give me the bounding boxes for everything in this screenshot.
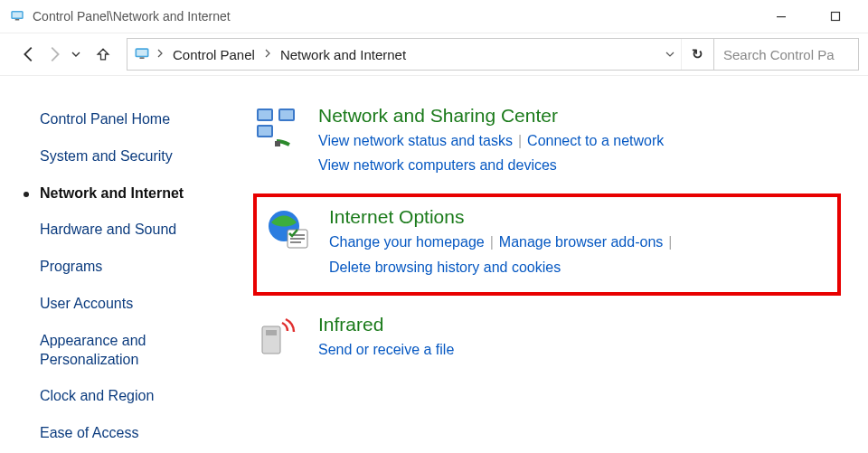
link-delete-history[interactable]: Delete browsing history and cookies [329, 260, 561, 275]
svg-rect-4 [832, 13, 840, 21]
content-area: Control Panel Home System and Security N… [0, 76, 868, 452]
breadcrumb-control-panel[interactable]: Control Panel [165, 47, 262, 62]
svg-rect-18 [290, 238, 305, 240]
svg-rect-14 [275, 141, 280, 146]
category-infrared: Infrared Send or receive a file [253, 303, 841, 378]
svg-rect-21 [266, 330, 277, 335]
sidebar-item-system-security[interactable]: System and Security [40, 138, 226, 175]
chevron-right-icon[interactable] [155, 49, 165, 60]
address-dropdown[interactable] [659, 39, 681, 70]
sidebar-item-ease-of-access[interactable]: Ease of Access [40, 415, 226, 452]
search-input[interactable]: Search Control Pa [714, 38, 859, 71]
sidebar-item-appearance-personalization[interactable]: Appearance and Personalization [40, 323, 226, 379]
address-bar[interactable]: Control Panel Network and Internet ↻ [127, 38, 714, 71]
separator: | [663, 234, 677, 250]
sidebar: Control Panel Home System and Security N… [0, 94, 244, 452]
svg-rect-7 [140, 57, 145, 59]
link-view-network-status[interactable]: View network status and tasks [318, 133, 513, 148]
sidebar-item-control-panel-home[interactable]: Control Panel Home [40, 101, 226, 138]
window-title: Control Panel\Network and Internet [33, 9, 231, 24]
sidebar-item-network-internet[interactable]: Network and Internet [40, 175, 226, 212]
infrared-icon [253, 314, 300, 361]
back-button[interactable] [16, 42, 42, 67]
breadcrumb-network-internet[interactable]: Network and Internet [273, 47, 413, 62]
chevron-right-icon[interactable] [262, 49, 273, 60]
link-connect-network[interactable]: Connect to a network [527, 133, 664, 148]
svg-rect-2 [15, 19, 20, 21]
sidebar-item-user-accounts[interactable]: User Accounts [40, 286, 226, 323]
refresh-button[interactable]: ↻ [681, 39, 713, 70]
forward-button[interactable] [42, 42, 67, 67]
maximize-button[interactable] [817, 5, 854, 28]
svg-rect-3 [777, 16, 786, 17]
navigation-bar: Control Panel Network and Internet ↻ Sea… [0, 33, 868, 76]
internet-options-icon [264, 206, 311, 253]
sidebar-item-programs[interactable]: Programs [40, 249, 226, 286]
recent-locations-dropdown[interactable] [69, 42, 83, 67]
category-title[interactable]: Infrared [318, 314, 841, 335]
svg-rect-19 [290, 241, 301, 243]
svg-rect-11 [280, 110, 293, 119]
separator: | [485, 234, 499, 250]
category-title[interactable]: Internet Options [329, 206, 830, 228]
svg-rect-13 [259, 127, 271, 136]
svg-rect-9 [259, 110, 271, 119]
control-panel-icon [9, 8, 25, 24]
minimize-button[interactable] [763, 5, 799, 28]
title-bar: Control Panel\Network and Internet [0, 0, 868, 33]
link-change-homepage[interactable]: Change your homepage [329, 234, 485, 250]
up-button[interactable] [90, 42, 116, 67]
link-view-network-computers[interactable]: View network computers and devices [318, 157, 557, 173]
control-panel-address-icon [133, 45, 151, 63]
category-title[interactable]: Network and Sharing Center [318, 105, 841, 127]
separator: | [513, 133, 527, 148]
svg-rect-1 [13, 13, 23, 18]
main-panel: Network and Sharing Center View network … [244, 94, 868, 452]
sidebar-item-hardware-sound[interactable]: Hardware and Sound [40, 212, 226, 249]
sidebar-item-clock-region[interactable]: Clock and Region [40, 378, 226, 415]
svg-rect-6 [137, 50, 147, 56]
network-sharing-icon [253, 105, 300, 152]
category-internet-options: Internet Options Change your homepage|Ma… [253, 193, 841, 295]
link-manage-addons[interactable]: Manage browser add-ons [499, 234, 663, 250]
link-send-receive-file[interactable]: Send or receive a file [318, 342, 454, 357]
category-network-sharing: Network and Sharing Center View network … [253, 94, 841, 193]
